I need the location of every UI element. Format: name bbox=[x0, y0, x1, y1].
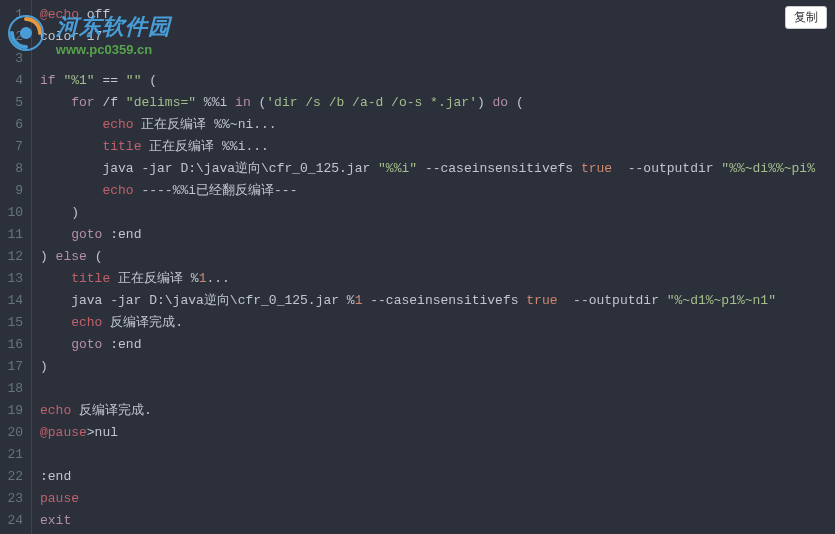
code-line: title 正在反编译 %%i... bbox=[40, 136, 835, 158]
code-line: java -jar D:\java逆向\cfr_0_125.jar %1 --c… bbox=[40, 290, 835, 312]
code-line: ) bbox=[40, 356, 835, 378]
code-line: echo 反编译完成. bbox=[40, 312, 835, 334]
line-number-gutter: 123456789101112131415161718192021222324 bbox=[0, 0, 32, 534]
line-number: 11 bbox=[4, 224, 23, 246]
line-number: 14 bbox=[4, 290, 23, 312]
code-line: goto :end bbox=[40, 334, 835, 356]
line-number: 5 bbox=[4, 92, 23, 114]
code-line: echo ----%%i已经翻反编译--- bbox=[40, 180, 835, 202]
copy-button[interactable]: 复制 bbox=[785, 6, 827, 29]
code-line: if "%1" == "" ( bbox=[40, 70, 835, 92]
line-number: 7 bbox=[4, 136, 23, 158]
line-number: 9 bbox=[4, 180, 23, 202]
code-line: goto :end bbox=[40, 224, 835, 246]
line-number: 23 bbox=[4, 488, 23, 510]
line-number: 22 bbox=[4, 466, 23, 488]
code-line: title 正在反编译 %1... bbox=[40, 268, 835, 290]
line-number: 17 bbox=[4, 356, 23, 378]
code-editor: 123456789101112131415161718192021222324 … bbox=[0, 0, 835, 534]
code-line bbox=[40, 378, 835, 400]
code-line: exit bbox=[40, 510, 835, 532]
line-number: 3 bbox=[4, 48, 23, 70]
code-line: java -jar D:\java逆向\cfr_0_125.jar "%%i" … bbox=[40, 158, 835, 180]
line-number: 1 bbox=[4, 4, 23, 26]
code-line: echo 正在反编译 %%~ni... bbox=[40, 114, 835, 136]
code-line: echo 反编译完成. bbox=[40, 400, 835, 422]
line-number: 21 bbox=[4, 444, 23, 466]
code-line: :end bbox=[40, 466, 835, 488]
line-number: 15 bbox=[4, 312, 23, 334]
code-line: ) bbox=[40, 202, 835, 224]
code-line: pause bbox=[40, 488, 835, 510]
code-line: ) else ( bbox=[40, 246, 835, 268]
code-line: color 17 bbox=[40, 26, 835, 48]
code-line: for /f "delims=" %%i in ('dir /s /b /a-d… bbox=[40, 92, 835, 114]
line-number: 19 bbox=[4, 400, 23, 422]
line-number: 20 bbox=[4, 422, 23, 444]
line-number: 8 bbox=[4, 158, 23, 180]
code-line: @pause>nul bbox=[40, 422, 835, 444]
code-line bbox=[40, 444, 835, 466]
line-number: 4 bbox=[4, 70, 23, 92]
code-line bbox=[40, 48, 835, 70]
line-number: 10 bbox=[4, 202, 23, 224]
code-area[interactable]: @echo offcolor 17if "%1" == "" ( for /f … bbox=[32, 0, 835, 534]
line-number: 6 bbox=[4, 114, 23, 136]
line-number: 16 bbox=[4, 334, 23, 356]
line-number: 2 bbox=[4, 26, 23, 48]
line-number: 12 bbox=[4, 246, 23, 268]
line-number: 18 bbox=[4, 378, 23, 400]
line-number: 24 bbox=[4, 510, 23, 532]
line-number: 13 bbox=[4, 268, 23, 290]
code-line: @echo off bbox=[40, 4, 835, 26]
